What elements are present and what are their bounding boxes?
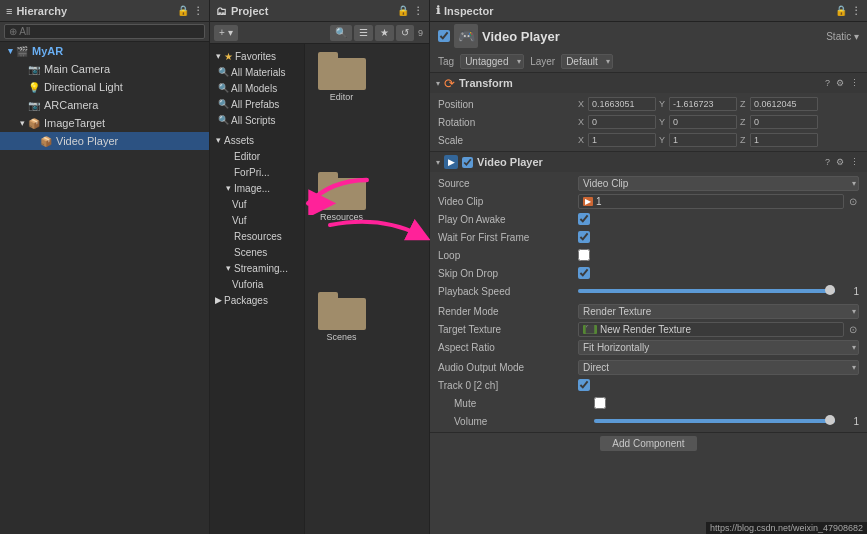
video-player-section-header[interactable]: ▾ ▶ Video Player ? ⚙ ⋮ — [430, 152, 867, 172]
expand-arrow: ▾ — [212, 135, 224, 145]
position-y-input[interactable] — [669, 97, 737, 111]
wait-for-first-frame-checkbox[interactable] — [578, 231, 590, 243]
favorites-folder[interactable]: ▾ ★ Favorites — [210, 48, 304, 64]
layer-label: Layer — [530, 56, 555, 67]
wait-for-first-frame-row: Wait For First Frame — [430, 228, 867, 246]
rotation-x-input[interactable] — [588, 115, 656, 129]
search-button[interactable]: 🔍 — [330, 25, 352, 41]
layer-dropdown[interactable]: Default — [561, 54, 613, 69]
hierarchy-item-imagetarget[interactable]: ▾ 📦 ImageTarget — [0, 114, 209, 132]
section-expand-arrow: ▾ — [436, 158, 440, 167]
render-mode-dropdown[interactable]: Render Texture — [578, 304, 859, 319]
scale-x-field: X — [578, 133, 656, 147]
sidebar-vuf2[interactable]: Vuf — [210, 212, 304, 228]
hierarchy-item-dirlight[interactable]: 💡 Directional Light — [0, 78, 209, 96]
audio-output-dropdown[interactable]: Direct — [578, 360, 859, 375]
play-on-awake-checkbox[interactable] — [578, 213, 590, 225]
track-checkbox[interactable] — [578, 379, 590, 391]
sidebar-vuf1[interactable]: Vuf — [210, 196, 304, 212]
star-button[interactable]: ★ — [375, 25, 394, 41]
rotation-label: Rotation — [438, 117, 578, 128]
hierarchy-item-myar[interactable]: ▾ 🎬 MyAR — [0, 42, 209, 60]
hierarchy-item-arcamera[interactable]: 📷 ARCamera — [0, 96, 209, 114]
playback-speed-track[interactable] — [578, 289, 835, 293]
asset-folder-editor[interactable]: Editor — [309, 48, 374, 106]
inspector-lock-icon[interactable]: 🔒 — [835, 5, 847, 16]
scale-y-input[interactable] — [669, 133, 737, 147]
refresh-button[interactable]: ↺ — [396, 25, 414, 41]
hierarchy-item-label: MyAR — [32, 45, 63, 57]
video-help-btn[interactable]: ? — [823, 157, 832, 167]
hierarchy-search-bar — [0, 22, 209, 42]
hierarchy-item-maincamera[interactable]: 📷 Main Camera — [0, 60, 209, 78]
sidebar-scenes[interactable]: Scenes — [210, 244, 304, 260]
y-label: Y — [659, 135, 667, 145]
hierarchy-search-input[interactable] — [4, 24, 205, 39]
volume-track[interactable] — [594, 419, 835, 423]
video-menu-btn[interactable]: ⋮ — [848, 157, 861, 167]
project-lock-icon[interactable]: 🔒 — [397, 5, 409, 16]
sidebar-all-models[interactable]: 🔍 All Models — [210, 80, 304, 96]
position-x-input[interactable] — [588, 97, 656, 111]
transform-fields: Position X Y Z — [430, 93, 867, 151]
sidebar-editor[interactable]: Editor — [210, 148, 304, 164]
project-menu-icon[interactable]: ⋮ — [413, 5, 423, 16]
object-active-checkbox[interactable] — [438, 30, 450, 42]
aspect-ratio-label: Aspect Ratio — [438, 342, 578, 353]
sidebar-all-scripts[interactable]: 🔍 All Scripts — [210, 112, 304, 128]
asset-folder-scenes[interactable]: Scenes — [309, 288, 374, 346]
hierarchy-item-videoplayer[interactable]: 📦 Video Player — [0, 132, 209, 150]
create-button[interactable]: + ▾ — [214, 25, 238, 41]
play-on-awake-row: Play On Awake — [430, 210, 867, 228]
video-clip-pick-btn[interactable]: ⊙ — [847, 196, 859, 207]
sidebar-assets-root[interactable]: ▾ Assets — [210, 132, 304, 148]
sidebar-image[interactable]: ▾ Image... — [210, 180, 304, 196]
scale-z-input[interactable] — [750, 133, 818, 147]
hierarchy-menu-icon[interactable]: ⋮ — [193, 5, 203, 16]
sidebar-forpri[interactable]: ForPri... — [210, 164, 304, 180]
playback-speed-thumb[interactable] — [825, 285, 835, 295]
sidebar-item-label: All Prefabs — [231, 99, 279, 110]
project-assets-grid: Editor Resources — [305, 44, 429, 534]
mute-checkbox[interactable] — [594, 397, 606, 409]
loop-checkbox[interactable] — [578, 249, 590, 261]
sidebar-all-prefabs[interactable]: 🔍 All Prefabs — [210, 96, 304, 112]
inspector-menu-icon[interactable]: ⋮ — [851, 5, 861, 16]
expand-arrow: ▶ — [212, 295, 224, 305]
sidebar-streaming[interactable]: ▾ Streaming... — [210, 260, 304, 276]
aspect-ratio-dropdown[interactable]: Fit Horizontally — [578, 340, 859, 355]
sidebar-resources[interactable]: Resources — [210, 228, 304, 244]
sidebar-item-label: Vuf — [232, 215, 247, 226]
rotation-z-input[interactable] — [750, 115, 818, 129]
transform-help-btn[interactable]: ? — [823, 78, 832, 88]
asset-folder-resources[interactable]: Resources — [309, 168, 374, 226]
volume-thumb[interactable] — [825, 415, 835, 425]
target-texture-value: ⬛ New Render Texture ⊙ — [578, 322, 859, 337]
sidebar-item-label: Streaming... — [234, 263, 288, 274]
filter-button[interactable]: ☰ — [354, 25, 373, 41]
source-dropdown[interactable]: Video Clip — [578, 176, 859, 191]
rotation-y-input[interactable] — [669, 115, 737, 129]
static-label: Static ▾ — [826, 31, 859, 42]
position-z-input[interactable] — [750, 97, 818, 111]
video-settings-btn[interactable]: ⚙ — [834, 157, 846, 167]
y-label: Y — [659, 117, 667, 127]
transform-menu-btn[interactable]: ⋮ — [848, 78, 861, 88]
transform-settings-btn[interactable]: ⚙ — [834, 78, 846, 88]
transform-section-header[interactable]: ▾ ⟳ Transform ? ⚙ ⋮ — [430, 73, 867, 93]
add-component-button[interactable]: Add Component — [600, 436, 696, 451]
hierarchy-lock-icon[interactable]: 🔒 — [177, 5, 189, 16]
target-texture-pick-btn[interactable]: ⊙ — [847, 324, 859, 335]
object-header: 🎮 Video Player Static ▾ — [430, 22, 867, 50]
tag-dropdown[interactable]: Untagged — [460, 54, 524, 69]
texture-name: New Render Texture — [600, 324, 691, 335]
sidebar-all-materials[interactable]: 🔍 All Materials — [210, 64, 304, 80]
video-player-enable-checkbox[interactable] — [462, 157, 473, 168]
scale-x-input[interactable] — [588, 133, 656, 147]
source-row: Source Video Clip — [430, 174, 867, 192]
skip-on-drop-checkbox[interactable] — [578, 267, 590, 279]
sidebar-packages[interactable]: ▶ Packages — [210, 292, 304, 308]
project-content: ▾ ★ Favorites 🔍 All Materials 🔍 All Mode… — [210, 44, 429, 534]
sidebar-vuforia2[interactable]: Vuforia — [210, 276, 304, 292]
project-header: 🗂 Project 🔒 ⋮ — [210, 0, 429, 22]
